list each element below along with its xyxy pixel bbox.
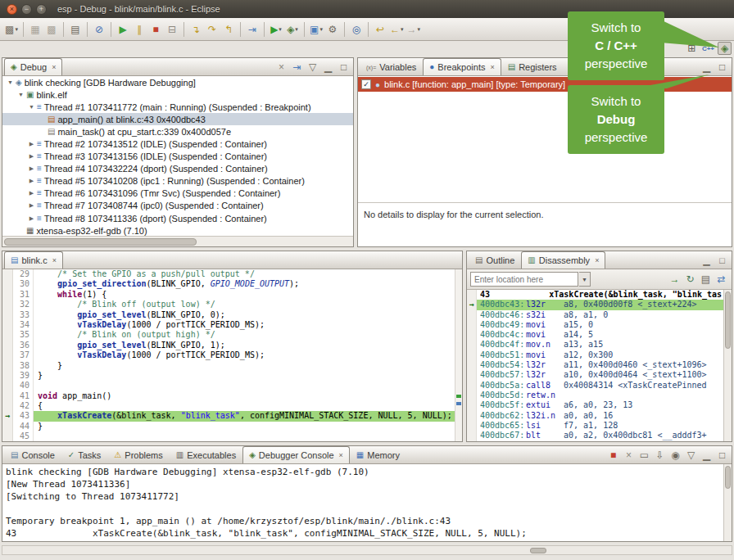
back-icon[interactable]: ←▾ [388,20,406,38]
line-number[interactable]: 36 [13,341,34,350]
tab-disassembly[interactable]: ▥Disassembly× [521,251,605,269]
marker-gutter[interactable] [2,381,13,391]
disassembly-instruction[interactable]: 400dbc5a:call80x40084314 <xTaskCreatePin… [467,381,723,391]
line-number[interactable]: 33 [13,310,34,320]
editor-line[interactable]: 34 vTaskDelay(1000 / portTICK_PERIOD_MS)… [2,320,455,330]
editor-line[interactable]: 37 vTaskDelay(1000 / portTICK_PERIOD_MS)… [2,350,455,360]
debug-tree-item[interactable]: ▤main_task() at cpu_start.c:339 0x400d05… [2,125,353,138]
editor-line[interactable]: 30 gpio_set_direction(BLINK_GPIO, GPIO_M… [2,279,455,289]
debug-tree-item[interactable]: ▶≡Thread #2 1073413512 (IDLE) (Suspended… [2,138,353,150]
location-history-dropdown-icon[interactable]: ▼ [579,272,591,287]
line-number[interactable]: 43 [13,411,34,421]
line-number[interactable]: 34 [13,320,34,330]
minimize-view-icon[interactable]: ▁ [700,254,714,267]
line-number[interactable]: 38 [13,361,34,371]
marker-gutter[interactable] [2,279,13,289]
expander-icon[interactable]: ▼ [16,92,25,97]
line-number[interactable]: 29 [13,269,34,279]
line-number[interactable]: 45 [13,431,34,441]
scrollbar-thumb[interactable] [725,291,731,349]
scrollbar-thumb[interactable] [725,466,731,489]
run-icon[interactable]: ▶▾ [268,20,284,38]
tab-close-icon[interactable]: × [52,256,57,264]
debug-tree-item[interactable]: ▶≡Thread #5 1073410208 (ipc1 : Running) … [2,175,353,187]
disassembly-instruction[interactable]: 400dbc6a:bnonea0, a1, 0x400dbc8b <__addd… [467,440,723,441]
last-edit-location-icon[interactable]: ↩ [372,20,388,38]
build-icon[interactable]: ⚙ [324,20,341,38]
search-icon[interactable]: ◎ [348,20,365,38]
debug-tree-item[interactable]: ▼◈blink checking [GDB Hardware Debugging… [2,76,353,88]
show-source-icon[interactable]: ▤ [699,273,713,286]
new-cpp-project-icon[interactable]: ▣▾ [308,20,324,38]
debug-tree-hscrollbar[interactable] [2,236,353,246]
disassembly-listing[interactable]: 43 xTaskCreate(&blink_task, "blink_tas→4… [467,290,723,441]
scrollbar-thumb[interactable] [530,548,546,553]
overview-ruler[interactable] [455,269,462,441]
expander-icon[interactable]: ▶ [27,153,36,160]
navigate-to-current-pc-icon[interactable]: → [668,273,682,286]
line-number[interactable]: 32 [13,300,34,309]
disconnect-icon[interactable]: ⊟ [164,20,180,38]
debug-tree-item[interactable]: ▶≡Thread #6 1073431096 (Tmr Svc) (Suspen… [2,187,353,200]
new-wizard-icon[interactable]: ▩▾ [3,20,20,38]
maximize-view-icon[interactable]: □ [715,449,729,462]
bottom-hscrollbar[interactable] [2,545,732,555]
skip-all-breakpoints-icon[interactable]: ⊘ [91,20,107,38]
marker-gutter[interactable] [2,341,13,350]
console-vscrollbar[interactable] [723,464,732,541]
debug-tree-item[interactable]: ▼▣blink.elf [2,88,353,101]
step-return-icon[interactable]: ↰ [220,20,237,38]
marker-gutter[interactable] [2,320,13,330]
step-over-icon[interactable]: ↷ [204,20,220,38]
debug-tree-item[interactable]: ▼≡Thread #1 1073411772 (main : Running) … [2,101,353,113]
maximize-view-icon[interactable]: □ [715,61,729,74]
marker-gutter[interactable] [2,350,13,360]
debug-icon[interactable]: ◈▾ [284,20,301,38]
debug-tree-item[interactable]: ▦xtensa-esp32-elf-gdb (7.10) [2,224,353,236]
marker-gutter[interactable] [2,269,13,279]
editor-line[interactable]: →43 xTaskCreate(&blink_task, "blink_task… [2,411,455,421]
refresh-view-icon[interactable]: ↻ [683,273,697,286]
line-number[interactable]: 41 [13,391,34,401]
print-icon[interactable]: ▤ [67,20,84,38]
tab-close-icon[interactable]: × [595,256,599,264]
marker-gutter[interactable] [2,300,13,309]
marker-gutter[interactable] [2,310,13,320]
tab-close-icon[interactable]: × [490,63,494,71]
breakpoint-checkbox[interactable]: ✓ [361,79,371,89]
editor-line[interactable]: 41void app_main() [2,391,455,401]
marker-gutter[interactable] [2,391,13,401]
disassembly-instruction[interactable]: 400dbc54:l32ra11, 0x400d0460 <_stext+109… [467,360,723,370]
code-editor[interactable]: 29 /* Set the GPIO as a push/pull output… [2,269,455,441]
disassembly-instruction[interactable]: 400dbc65:lsif7, a1, 128 [467,421,723,431]
scroll-lock-icon[interactable]: ⇩ [653,449,667,462]
line-number[interactable]: 40 [13,381,34,391]
minimize-view-icon[interactable]: ▁ [700,61,714,74]
expander-icon[interactable]: ▼ [27,104,36,110]
line-number[interactable]: 44 [13,422,34,431]
tab-console[interactable]: ▤Console [4,446,61,463]
marker-gutter[interactable] [2,361,13,371]
disassembly-source-line[interactable]: 43 xTaskCreate(&blink_task, "blink_tas [467,290,723,300]
cpp-perspective-icon[interactable]: C++ [701,42,715,55]
tab-blink-c[interactable]: ▤blink.c× [4,251,63,269]
tab-debug[interactable]: ◈Debug× [4,58,62,75]
disassembly-instruction[interactable]: 400dbc62:l32i.na0, a0, 16 [467,411,723,421]
disassembly-instruction[interactable]: 400dbc67:blta0, a2, 0x400dbc81 <__adddf3… [467,431,723,440]
forward-icon[interactable]: →▾ [406,20,423,38]
marker-gutter[interactable] [2,371,13,381]
editor-line[interactable]: 36 gpio_set_level(BLINK_GPIO, 1); [2,341,455,350]
location-input[interactable] [470,272,578,287]
expander-icon[interactable]: ▶ [27,202,36,209]
editor-line[interactable]: 35 /* Blink on (output high) */ [2,330,455,340]
expander-icon[interactable]: ▶ [27,165,36,172]
disassembly-instruction[interactable]: 400dbc4c:movia14, 5 [467,330,723,340]
debug-tree-item[interactable]: ▶≡Thread #8 1073411336 (dport) (Suspende… [2,212,353,224]
tab-close-icon[interactable]: × [52,63,56,71]
instruction-pointer-icon[interactable]: → [2,411,13,421]
marker-gutter[interactable] [2,290,13,300]
terminate-console-icon[interactable]: ■ [606,449,620,462]
save-icon[interactable]: ▦ [27,20,43,38]
tab-breakpoints[interactable]: ●Breakpoints× [423,58,501,75]
marker-gutter[interactable] [2,330,13,340]
